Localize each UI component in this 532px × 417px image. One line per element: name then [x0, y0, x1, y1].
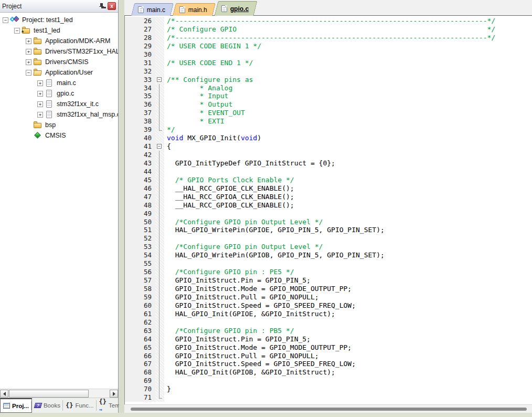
tree-item-application-mdk-arm[interactable]: +Application/MDK-ARM: [0, 36, 118, 46]
tree-item-main-c[interactable]: +main.c: [0, 78, 118, 88]
code-line-35[interactable]: 35 * Input: [125, 92, 532, 100]
tree-item-bsp[interactable]: bsp: [0, 120, 118, 130]
code-line-40[interactable]: 40void MX_GPIO_Init(void): [125, 134, 532, 142]
code-view[interactable]: 26/*------------------------------------…: [125, 16, 532, 404]
panel-splitter[interactable]: [119, 0, 124, 413]
code-line-53[interactable]: 53 /*Configure GPIO pin Output Level */: [125, 243, 532, 251]
code-line-54[interactable]: 54 HAL_GPIO_WritePin(GPIOB, GPIO_PIN_5, …: [125, 251, 532, 259]
code-line-55[interactable]: 55: [125, 259, 532, 268]
code-line-62[interactable]: 62: [125, 318, 532, 327]
code-line-58[interactable]: 58 GPIO_InitStruct.Mode = GPIO_MODE_OUTP…: [125, 285, 532, 293]
code-line-47[interactable]: 47 __HAL_RCC_GPIOA_CLK_ENABLE();: [125, 193, 532, 201]
tree-item-test1-led[interactable]: −test1_led: [0, 25, 118, 36]
code-line-36[interactable]: 36 * Output: [125, 100, 532, 109]
code-line-52[interactable]: 52: [125, 234, 532, 243]
code-line-70[interactable]: 70}: [125, 385, 532, 393]
code-editor[interactable]: 26/*------------------------------------…: [124, 16, 532, 404]
code-line-26[interactable]: 26/*------------------------------------…: [125, 17, 532, 25]
code-line-67[interactable]: 67 GPIO_InitStruct.Speed = GPIO_SPEED_FR…: [125, 360, 532, 368]
bottom-tab-books[interactable]: ?Books: [32, 398, 63, 413]
code-line-51[interactable]: 51 HAL_GPIO_WritePin(GPIOE, GPIO_PIN_5, …: [125, 226, 532, 234]
panel-bottom-tabs: Proj...?Books{}Func...{}→Tem...: [0, 398, 118, 413]
scroll-right-button[interactable]: [110, 390, 118, 398]
code-line-69[interactable]: 69: [125, 377, 532, 385]
tree-item-application-user[interactable]: −Application/User: [0, 67, 118, 78]
expand-plus-icon[interactable]: +: [26, 49, 31, 55]
code-line-60[interactable]: 60 GPIO_InitStruct.Speed = GPIO_SPEED_FR…: [125, 301, 532, 310]
code-line-56[interactable]: 56 /*Configure GPIO pin : PE5 */: [125, 268, 532, 276]
code-line-33[interactable]: 33−/** Configure pins as: [125, 76, 532, 84]
close-panel-button[interactable]: x: [108, 2, 116, 10]
editor-tab-main-c[interactable]: main.c: [131, 3, 174, 16]
collapse-minus-icon[interactable]: −: [26, 70, 31, 76]
code-line-61[interactable]: 61 HAL_GPIO_Init(GPIOE, &GPIO_InitStruct…: [125, 310, 532, 318]
editor-tab-gpio-c[interactable]: gpio.c: [215, 1, 258, 16]
code-line-50[interactable]: 50 /*Configure GPIO pin Output Level */: [125, 218, 532, 226]
code-line-29[interactable]: 29/* USER CODE BEGIN 1 */: [125, 42, 532, 50]
code-line-64[interactable]: 64 GPIO_InitStruct.Pin = GPIO_PIN_5;: [125, 335, 532, 343]
scroll-left-button[interactable]: [0, 390, 8, 398]
expand-plus-icon[interactable]: +: [37, 91, 43, 97]
line-number: 32: [125, 67, 155, 76]
code-text: GPIO_InitStruct.Speed = GPIO_SPEED_FREQ_…: [164, 301, 356, 310]
code-line-30[interactable]: 30: [125, 50, 532, 59]
pin-icon[interactable]: [98, 2, 106, 10]
fold-margin: [155, 50, 164, 59]
code-line-34[interactable]: 34 * Analog: [125, 84, 532, 92]
right-arrow-icon: [113, 392, 115, 396]
tree-item-drivers-cmsis[interactable]: +Drivers/CMSIS: [0, 57, 118, 67]
editor-hscrollbar[interactable]: [124, 404, 532, 413]
code-line-28[interactable]: 28/*------------------------------------…: [125, 34, 532, 42]
code-line-41[interactable]: 41−{: [125, 142, 532, 151]
tree-item-gpio-c[interactable]: +gpio.c: [0, 88, 118, 99]
collapse-minus-icon[interactable]: −: [3, 17, 8, 23]
line-number: 51: [125, 226, 155, 234]
editor-tab-main-h[interactable]: main.h: [173, 3, 216, 16]
fold-collapse-icon[interactable]: −: [155, 142, 164, 151]
expand-plus-icon[interactable]: +: [26, 38, 31, 44]
code-line-42[interactable]: 42: [125, 151, 532, 159]
code-text: __HAL_RCC_GPIOE_CLK_ENABLE();: [164, 184, 294, 193]
pin-icon-shape: [99, 3, 104, 9]
code-line-57[interactable]: 57 GPIO_InitStruct.Pin = GPIO_PIN_5;: [125, 276, 532, 285]
bottom-tab-func[interactable]: {}Func...: [63, 398, 97, 413]
project-tree-hscrollbar[interactable]: [0, 389, 118, 398]
code-line-32[interactable]: 32: [125, 67, 532, 76]
code-line-31[interactable]: 31/* USER CODE END 1 */: [125, 59, 532, 67]
code-line-68[interactable]: 68 HAL_GPIO_Init(GPIOB, &GPIO_InitStruct…: [125, 368, 532, 377]
line-number: 60: [125, 301, 155, 310]
fold-guide: [155, 335, 164, 343]
fold-collapse-icon[interactable]: −: [155, 76, 164, 84]
collapse-minus-icon[interactable]: −: [14, 28, 20, 34]
code-line-46[interactable]: 46 __HAL_RCC_GPIOE_CLK_ENABLE();: [125, 184, 532, 193]
code-line-37[interactable]: 37 * EVENT_OUT: [125, 109, 532, 117]
tree-item-project-test1-led[interactable]: −Project: test1_led: [0, 15, 118, 25]
code-line-48[interactable]: 48 __HAL_RCC_GPIOB_CLK_ENABLE();: [125, 201, 532, 210]
tree-item-cmsis[interactable]: CMSIS: [0, 130, 118, 141]
tree-item-stm32f1xx-it-c[interactable]: +stm32f1xx_it.c: [0, 99, 118, 109]
keil-uvision-window: Project x −Project: test1_led−test1_led+…: [0, 0, 532, 417]
code-line-71[interactable]: 71: [125, 393, 532, 402]
line-number: 28: [125, 34, 155, 42]
code-line-44[interactable]: 44: [125, 168, 532, 176]
code-line-66[interactable]: 66 GPIO_InitStruct.Pull = GPIO_NOPULL;: [125, 352, 532, 360]
expand-plus-icon[interactable]: +: [37, 101, 43, 107]
code-line-27[interactable]: 27/* Configure GPIO */: [125, 25, 532, 34]
code-line-38[interactable]: 38 * EXTI: [125, 117, 532, 126]
code-text: /*--------------------------------------…: [164, 34, 495, 42]
code-line-49[interactable]: 49: [125, 210, 532, 218]
bottom-tab-proj[interactable]: Proj...: [0, 398, 32, 413]
expand-plus-icon[interactable]: +: [37, 112, 43, 118]
code-line-63[interactable]: 63 /*Configure GPIO pin : PB5 */: [125, 327, 532, 335]
code-line-65[interactable]: 65 GPIO_InitStruct.Mode = GPIO_MODE_OUTP…: [125, 343, 532, 352]
hscroll-thumb[interactable]: [9, 390, 89, 398]
expand-plus-icon[interactable]: +: [26, 59, 31, 65]
code-line-59[interactable]: 59 GPIO_InitStruct.Pull = GPIO_NOPULL;: [125, 293, 532, 301]
tree-item-drivers-stm32f1xx-hal-dr[interactable]: +Drivers/STM32F1xx_HAL_Dr: [0, 46, 118, 57]
editor-hscroll-thumb[interactable]: [131, 408, 527, 411]
code-line-43[interactable]: 43 GPIO_InitTypeDef GPIO_InitStruct = {0…: [125, 159, 532, 168]
tree-item-stm32f1xx-hal-msp-c[interactable]: +stm32f1xx_hal_msp.c: [0, 109, 118, 120]
code-line-45[interactable]: 45 /* GPIO Ports Clock Enable */: [125, 176, 532, 184]
expand-plus-icon[interactable]: +: [37, 80, 43, 86]
code-line-39[interactable]: 39*/: [125, 126, 532, 134]
